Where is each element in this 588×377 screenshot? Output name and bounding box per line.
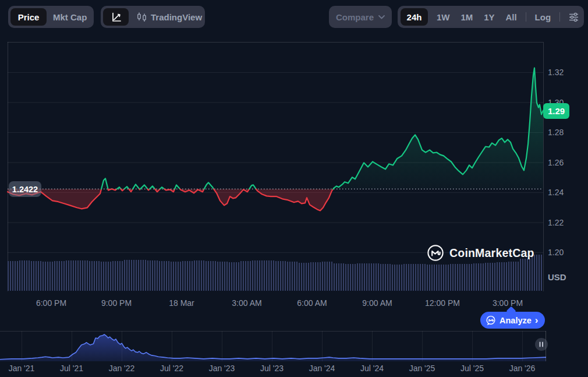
analyze-button[interactable]: Analyze › — [480, 312, 545, 329]
x-axis-tick: 9:00 PM — [94, 298, 139, 308]
minimap-handle[interactable] — [535, 338, 548, 351]
x-axis-tick: 3:00 AM — [225, 298, 269, 308]
y-axis-tick: 1.32 — [548, 68, 573, 77]
current-price-badge: 1.29 — [543, 103, 569, 119]
baseline-price-label: 1.2422 — [9, 181, 41, 197]
x-axis-tick: 3:00 PM — [486, 298, 530, 308]
y-axis-tick: 1.24 — [548, 188, 573, 197]
minimap-label: Jan '23 — [200, 364, 244, 373]
minimap-label: Jul '24 — [350, 364, 394, 373]
chevron-right-icon: › — [535, 315, 539, 325]
x-axis-tick: 6:00 PM — [29, 298, 73, 308]
minimap-label: Jul '21 — [49, 364, 94, 373]
coinmarketcap-logo-icon — [427, 244, 444, 262]
watermark-text: CoinMarketCap — [449, 246, 534, 260]
analyze-logo-icon — [486, 315, 496, 326]
currency-label: USD — [548, 272, 566, 282]
y-axis-tick: 1.22 — [548, 218, 573, 227]
minimap-label: Jan '24 — [300, 364, 344, 373]
minimap-label: Jul '23 — [250, 364, 294, 373]
analyze-label: Analyze — [500, 316, 532, 325]
minimap-label: Jul '22 — [150, 364, 194, 373]
x-axis-tick: 9:00 AM — [355, 298, 399, 308]
x-axis-tick: 6:00 AM — [290, 298, 334, 308]
x-axis-tick: 18 Mar — [160, 298, 204, 308]
minimap-label: Jan '21 — [0, 364, 44, 373]
y-axis-tick: 1.20 — [548, 248, 573, 257]
y-axis-tick: 1.26 — [548, 158, 573, 167]
minimap-label: Jul '25 — [450, 364, 494, 373]
minimap-label: Jan '26 — [500, 364, 544, 373]
y-axis-tick: 1.28 — [548, 128, 573, 137]
price-chart-page: Price Mkt Cap TradingView Compare — [0, 0, 588, 377]
coinmarketcap-watermark: CoinMarketCap — [427, 244, 534, 262]
x-axis-tick: 12:00 PM — [420, 298, 465, 308]
minimap-label: Jan '22 — [100, 364, 144, 373]
minimap-label: Jan '25 — [400, 364, 444, 373]
price-chart[interactable] — [0, 0, 588, 326]
